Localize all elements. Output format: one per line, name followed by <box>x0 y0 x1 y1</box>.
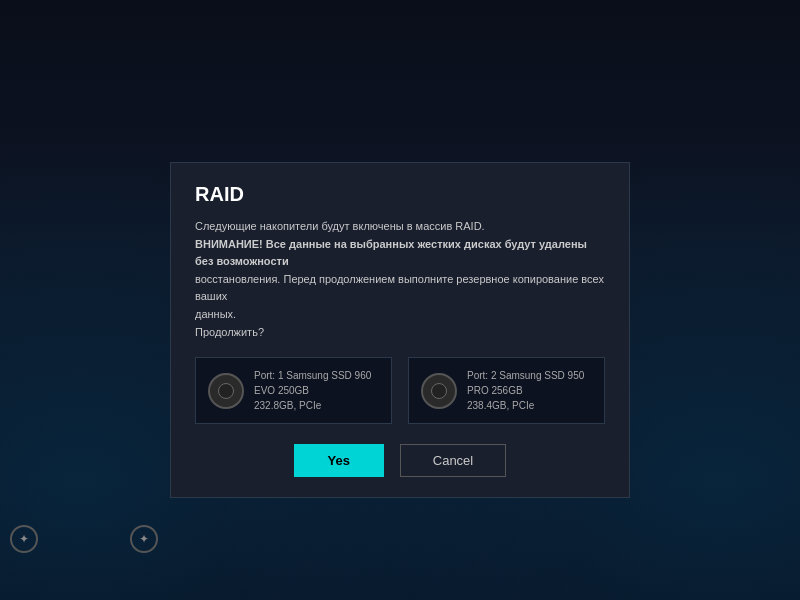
drive2-port: Port: 2 Samsung SSD 950 PRO 256GB <box>467 368 592 398</box>
raid-warning: ВНИМАНИЕ! Все данные на выбранных жестки… <box>195 238 587 268</box>
raid-dialog: RAID Следующие накопители будут включены… <box>170 162 630 498</box>
drive-item-2: Port: 2 Samsung SSD 950 PRO 256GB 238.4G… <box>408 357 605 424</box>
raid-desc-line1: Следующие накопители будут включены в ма… <box>195 220 485 232</box>
raid-description: Следующие накопители будут включены в ма… <box>195 218 605 341</box>
main-area: RAID Следующие накопители будут включены… <box>0 152 800 504</box>
drive2-info: Port: 2 Samsung SSD 950 PRO 256GB 238.4G… <box>467 368 592 413</box>
raid-buttons: Yes Cancel <box>195 444 605 477</box>
drive1-size: 232.8GB, PCIe <box>254 398 379 413</box>
drive1-port: Port: 1 Samsung SSD 960 EVO 250GB <box>254 368 379 398</box>
yes-button[interactable]: Yes <box>294 444 384 477</box>
raid-title: RAID <box>195 183 605 206</box>
cancel-button[interactable]: Cancel <box>400 444 506 477</box>
fan2-icon <box>10 525 38 553</box>
fan3-icon <box>130 525 158 553</box>
raid-desc-line5: Продолжить? <box>195 326 264 338</box>
raid-desc-line4: данных. <box>195 308 236 320</box>
raid-drives-list: Port: 1 Samsung SSD 960 EVO 250GB 232.8G… <box>195 357 605 424</box>
drive1-info: Port: 1 Samsung SSD 960 EVO 250GB 232.8G… <box>254 368 379 413</box>
drive2-icon <box>421 373 457 409</box>
drive2-size: 238.4GB, PCIe <box>467 398 592 413</box>
drive-item-1: Port: 1 Samsung SSD 960 EVO 250GB 232.8G… <box>195 357 392 424</box>
raid-desc-line3: восстановления. Перед продолжением выпол… <box>195 273 604 303</box>
drive1-icon <box>208 373 244 409</box>
